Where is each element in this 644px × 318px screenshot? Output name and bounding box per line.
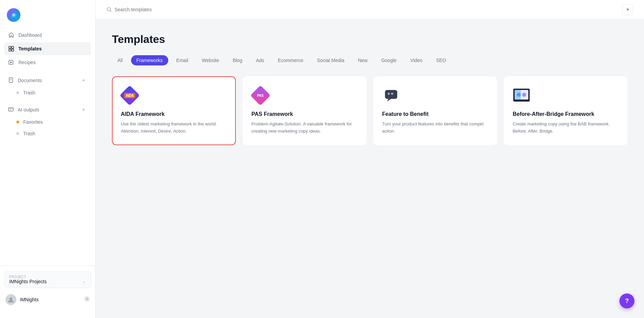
filter-tab-frameworks[interactable]: Frameworks: [131, 55, 168, 65]
search-bar: [106, 7, 618, 12]
favorites-dot: [16, 121, 19, 123]
filter-tab-blog[interactable]: Blog: [227, 55, 248, 65]
card-title-aida: AIDA Framework: [121, 111, 227, 117]
ai-outputs-icon: [8, 107, 14, 113]
sun-icon: ☀: [626, 7, 630, 12]
trash-ai-dot: [16, 132, 19, 135]
svg-rect-3: [9, 46, 11, 48]
filter-tab-video[interactable]: Video: [405, 55, 428, 65]
svg-rect-12: [9, 108, 13, 111]
help-button[interactable]: ?: [619, 293, 634, 308]
card-icon-pas: PAS: [252, 87, 269, 104]
card-icon-aida: AIDA: [121, 87, 139, 104]
card-desc-pas: Problem-Agitate-Solution. A valuable fra…: [252, 121, 358, 135]
svg-marker-8: [10, 61, 12, 63]
card-desc-bab: Create marketing copy using the BAB fram…: [513, 121, 619, 135]
ai-outputs-section: AI outputs + Favorites Trash: [4, 104, 91, 139]
svg-line-18: [110, 11, 111, 12]
cards-grid: AIDA AIDA Framework Use the oldest marke…: [112, 76, 628, 145]
play-circle-icon: [8, 59, 14, 65]
avatar: [5, 294, 16, 305]
nav-favorites[interactable]: Favorites: [4, 117, 91, 127]
svg-point-15: [10, 298, 12, 300]
trash-ai-label: Trash: [23, 131, 35, 136]
card-title-feature-benefit: Feature to Benefit: [382, 111, 488, 117]
filter-tab-email[interactable]: Email: [171, 55, 194, 65]
documents-section: Documents + Trash: [4, 74, 91, 98]
ai-outputs-label: AI outputs: [18, 107, 39, 112]
nav-trash-docs[interactable]: Trash: [4, 87, 91, 98]
grid-icon: [8, 46, 14, 52]
home-icon: [8, 32, 14, 38]
main-nav: Dashboard Templates Recipes Documents +: [0, 29, 95, 266]
search-input[interactable]: [115, 7, 618, 12]
document-icon: [8, 77, 14, 84]
documents-label: Documents: [18, 78, 42, 83]
project-name: IMNights Projects ⌄: [9, 279, 86, 284]
template-card-feature-benefit[interactable]: Feature to Benefit Turn your product fea…: [373, 76, 497, 145]
filter-tab-new[interactable]: New: [353, 55, 373, 65]
app-logo: [7, 8, 20, 22]
project-selector[interactable]: PROJECT IMNights Projects ⌄: [4, 271, 91, 288]
svg-rect-5: [9, 49, 11, 51]
nav-item-recipes[interactable]: Recipes: [4, 56, 91, 69]
trash-docs-dot: [16, 91, 19, 94]
documents-add-button[interactable]: +: [80, 77, 87, 84]
card-desc-feature-benefit: Turn your product features into benefits…: [382, 121, 488, 135]
svg-rect-22: [391, 93, 393, 95]
card-icon-feature-benefit: [382, 87, 400, 104]
page-title: Templates: [112, 33, 628, 46]
filter-tab-social-media[interactable]: Social Media: [312, 55, 350, 65]
filter-tab-seo[interactable]: SEO: [431, 55, 452, 65]
question-mark-icon: ?: [625, 298, 629, 305]
svg-point-16: [86, 298, 88, 300]
sidebar-footer: PROJECT IMNights Projects ⌄ IMNights: [0, 266, 95, 313]
card-icon-bab: [513, 87, 530, 104]
template-card-pas[interactable]: PAS PAS Framework Problem-Agitate-Soluti…: [243, 76, 367, 145]
topbar: ☀: [96, 0, 644, 19]
svg-point-26: [517, 93, 521, 97]
filter-tab-all[interactable]: All: [112, 55, 128, 65]
svg-rect-4: [12, 46, 14, 48]
svg-rect-6: [12, 49, 14, 51]
filter-tab-website[interactable]: Website: [197, 55, 225, 65]
svg-rect-21: [388, 93, 390, 95]
search-icon: [106, 7, 112, 12]
content-area: Templates AllFrameworksEmailWebsiteBlogA…: [96, 19, 644, 318]
template-card-aida[interactable]: AIDA AIDA Framework Use the oldest marke…: [112, 76, 236, 145]
nav-item-dashboard[interactable]: Dashboard: [4, 29, 91, 42]
sidebar: Dashboard Templates Recipes Documents +: [0, 0, 96, 318]
template-card-bab[interactable]: Before-After-Bridge Framework Create mar…: [504, 76, 628, 145]
nav-item-templates[interactable]: Templates: [4, 42, 91, 55]
favorites-label: Favorites: [23, 119, 43, 125]
settings-button[interactable]: [84, 296, 90, 303]
filter-tab-ads[interactable]: Ads: [251, 55, 270, 65]
card-desc-aida: Use the oldest marketing framework in th…: [121, 121, 227, 135]
user-name: IMNights: [20, 297, 81, 302]
project-label: PROJECT: [9, 275, 86, 279]
filter-tab-ecommerce[interactable]: Ecommerce: [272, 55, 309, 65]
ai-outputs-add-button[interactable]: +: [80, 106, 87, 113]
nav-templates-label: Templates: [18, 46, 42, 51]
filter-tab-google[interactable]: Google: [376, 55, 402, 65]
nav-ai-outputs[interactable]: AI outputs +: [4, 104, 91, 116]
svg-point-2: [13, 14, 15, 16]
main-content: ☀ Templates AllFrameworksEmailWebsiteBlo…: [96, 0, 644, 318]
chevron-icon: ⌄: [83, 279, 86, 284]
logo-area: [0, 5, 95, 29]
nav-recipes-label: Recipes: [18, 60, 36, 65]
filter-tabs: AllFrameworksEmailWebsiteBlogAdsEcommerc…: [112, 55, 628, 65]
svg-point-27: [522, 93, 526, 97]
nav-trash-ai[interactable]: Trash: [4, 128, 91, 139]
svg-marker-20: [387, 99, 391, 102]
nav-dashboard-label: Dashboard: [18, 32, 42, 38]
card-title-pas: PAS Framework: [252, 111, 358, 117]
trash-docs-label: Trash: [23, 90, 35, 95]
theme-toggle-button[interactable]: ☀: [622, 4, 633, 15]
user-row: IMNights: [4, 292, 91, 307]
nav-documents[interactable]: Documents +: [4, 74, 91, 87]
card-title-bab: Before-After-Bridge Framework: [513, 111, 619, 117]
